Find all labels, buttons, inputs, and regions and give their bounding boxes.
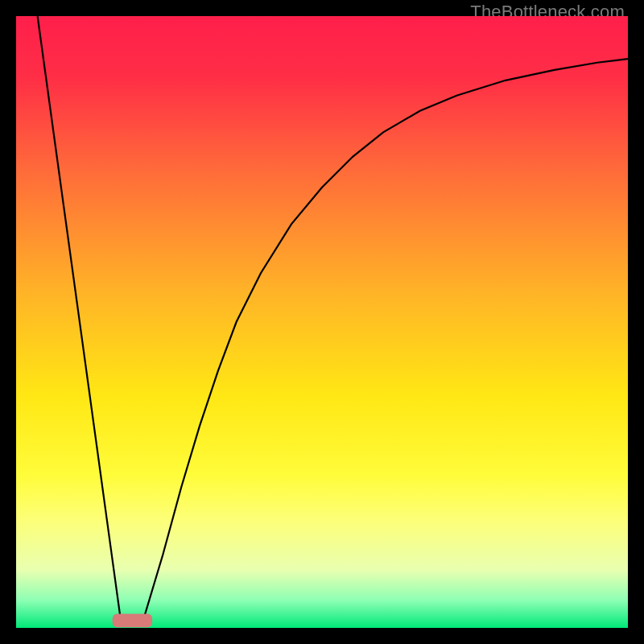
chart-background xyxy=(16,16,628,628)
chart-frame xyxy=(16,16,628,628)
valley-marker xyxy=(113,614,152,628)
bottleneck-chart xyxy=(16,16,628,628)
